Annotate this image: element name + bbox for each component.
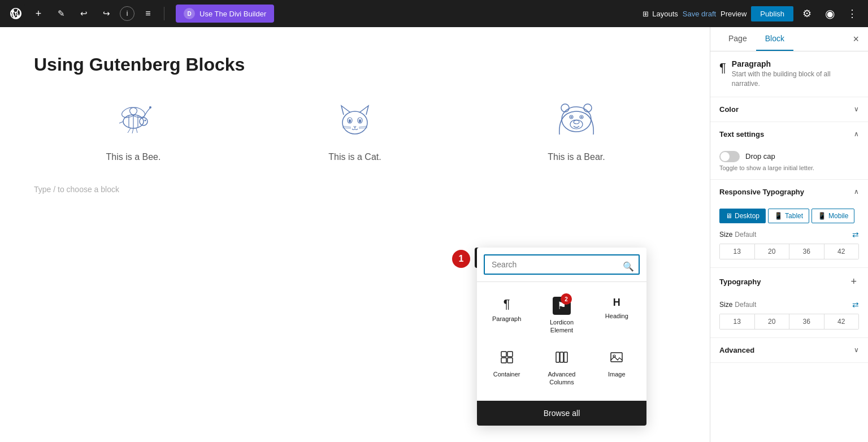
heading-block-icon: H — [613, 297, 620, 309]
typography-add-icon[interactable]: + — [850, 276, 857, 288]
drop-cap-toggle[interactable] — [719, 151, 740, 162]
svg-point-13 — [359, 119, 361, 123]
svg-point-24 — [581, 116, 583, 118]
device-tab-desktop[interactable]: 🖥 Desktop — [719, 209, 766, 223]
toolbar: + ✎ ↩ ↪ i ≡ D Use The Divi Builder ⊞ Lay… — [0, 0, 868, 27]
settings-gear-button[interactable]: ⚙ — [798, 5, 816, 23]
responsive-typography-title: Responsive Typography — [719, 188, 854, 196]
save-draft-button[interactable]: Save draft — [683, 10, 716, 18]
size-opt-13[interactable]: 13 — [720, 244, 755, 259]
container-block-icon — [500, 350, 514, 367]
image-block-icon — [610, 350, 623, 367]
bee-label: This is a Bee. — [106, 152, 161, 162]
device-tab-tablet[interactable]: 📱 Tablet — [768, 209, 809, 223]
wp-logo[interactable] — [7, 5, 25, 23]
size-opt-42[interactable]: 42 — [824, 244, 859, 259]
step-1-badge: 1 — [452, 250, 470, 268]
heading-block-label: Heading — [605, 312, 628, 320]
advanced-section-header[interactable]: Advanced ∨ — [710, 338, 868, 362]
lordicon-block-label: Lordicon Element — [540, 318, 583, 335]
text-settings-chevron-icon: ∧ — [854, 130, 859, 138]
editor: Using Gutenberg Blocks — [0, 27, 710, 442]
block-item-advanced-columns[interactable]: Advanced Columns — [536, 345, 587, 392]
search-icon: 🔍 — [623, 261, 634, 272]
user-avatar-button[interactable]: ◉ — [821, 5, 839, 23]
text-settings-section: Text settings ∧ Drop cap Toggle to show … — [710, 122, 868, 180]
divi-btn-label: Use The Divi Builder — [199, 10, 266, 18]
svg-rect-32 — [560, 352, 563, 362]
typography-section-header[interactable]: Typography + — [710, 268, 868, 296]
drop-cap-label: Drop cap — [745, 152, 859, 161]
typo-size-options: 13 20 36 42 — [719, 314, 859, 330]
typo-size-opt-13[interactable]: 13 — [720, 314, 755, 329]
block-item-lordicon[interactable]: 2 ⚑ Lordicon Element — [536, 291, 587, 340]
responsive-typography-header[interactable]: Responsive Typography ∧ — [710, 180, 868, 204]
image-block-label: Image — [608, 370, 626, 378]
responsive-typography-section: Responsive Typography ∧ 🖥 Desktop 📱 Tabl… — [710, 180, 868, 268]
svg-rect-29 — [501, 358, 506, 363]
divi-builder-button[interactable]: D Use The Divi Builder — [176, 5, 274, 23]
bear-label: This is a Bear. — [548, 152, 605, 162]
paragraph-section-icon: ¶ — [719, 60, 726, 75]
toolbar-right: ⊞ Layouts Save draft Preview Publish ⚙ ◉… — [643, 5, 861, 23]
inserter-block-grid: ¶ Paragraph 2 ⚑ Lordicon Element H Headi… — [477, 282, 646, 401]
device-tab-mobile[interactable]: 📱 Mobile — [811, 209, 854, 223]
main-area: Using Gutenberg Blocks — [0, 27, 868, 442]
text-settings-content: Drop cap Toggle to show a large initial … — [710, 146, 868, 179]
info-button[interactable]: i — [120, 6, 134, 21]
add-block-button[interactable]: + — [29, 5, 47, 23]
svg-point-23 — [571, 116, 572, 118]
layouts-label: Layouts — [652, 10, 678, 18]
paragraph-section-content: Paragraph Start with the building block … — [732, 59, 859, 89]
svg-point-9 — [342, 111, 367, 134]
resp-typo-reset-button[interactable]: ⇄ — [852, 230, 859, 239]
typo-size-opt-20[interactable]: 20 — [755, 314, 790, 329]
paragraph-block-label: Paragraph — [492, 315, 521, 323]
more-options-button[interactable]: ⋮ — [843, 5, 861, 23]
block-placeholder[interactable]: Type / to choose a block — [34, 180, 676, 198]
svg-rect-31 — [556, 352, 559, 362]
size-opt-36[interactable]: 36 — [789, 244, 824, 259]
advanced-chevron-icon: ∨ — [854, 346, 859, 354]
block-item-container[interactable]: Container — [481, 345, 532, 392]
color-section-header[interactable]: Color ∨ — [710, 97, 868, 122]
divi-d-letter: D — [187, 11, 191, 17]
right-panel: Page Block × ¶ Paragraph Start with the … — [710, 27, 868, 442]
search-input[interactable] — [484, 254, 640, 275]
resp-typo-size-row: Size Default ⇄ — [719, 230, 859, 239]
edit-button[interactable]: ✎ — [52, 5, 70, 23]
inserter-popup-wrapper: 1 + 🔍 ¶ Paragraph 2 — [452, 248, 495, 272]
list-view-button[interactable]: ≡ — [139, 5, 157, 23]
typo-size-label: Size — [719, 301, 732, 309]
typo-reset-button[interactable]: ⇄ — [852, 300, 859, 309]
svg-point-5 — [145, 120, 146, 122]
close-panel-button[interactable]: × — [853, 27, 859, 51]
block-item-heading[interactable]: H Heading — [592, 291, 642, 340]
mobile-tab-label: Mobile — [828, 212, 848, 220]
typo-size-row: Size Default ⇄ — [719, 300, 859, 309]
paragraph-block-icon: ¶ — [504, 297, 510, 311]
svg-rect-33 — [564, 352, 567, 362]
layouts-grid-icon: ⊞ — [643, 10, 649, 18]
typography-section: Typography + Size Default ⇄ 13 20 36 42 — [710, 268, 868, 338]
browse-all-button[interactable]: Browse all — [477, 401, 646, 426]
undo-button[interactable]: ↩ — [75, 5, 93, 23]
text-settings-header[interactable]: Text settings ∧ — [710, 122, 868, 146]
desktop-tab-label: Desktop — [735, 212, 760, 220]
size-opt-20[interactable]: 20 — [755, 244, 790, 259]
tab-page[interactable]: Page — [719, 27, 756, 51]
typography-section-title: Typography — [719, 278, 850, 286]
block-item-image[interactable]: Image — [592, 345, 642, 392]
layouts-button[interactable]: ⊞ Layouts — [643, 10, 678, 18]
redo-button[interactable]: ↪ — [97, 5, 115, 23]
drop-cap-row: Drop cap — [719, 151, 859, 162]
typo-size-opt-36[interactable]: 36 — [789, 314, 824, 329]
desktop-icon: 🖥 — [726, 212, 732, 220]
tab-block[interactable]: Block — [756, 27, 793, 51]
preview-button[interactable]: Preview — [721, 10, 747, 18]
typo-size-opt-42[interactable]: 42 — [824, 314, 859, 329]
publish-button[interactable]: Publish — [751, 6, 793, 21]
resp-typo-size-label: Size — [719, 231, 732, 239]
paragraph-section-title: Paragraph — [732, 59, 859, 68]
block-item-paragraph[interactable]: ¶ Paragraph — [481, 291, 532, 340]
